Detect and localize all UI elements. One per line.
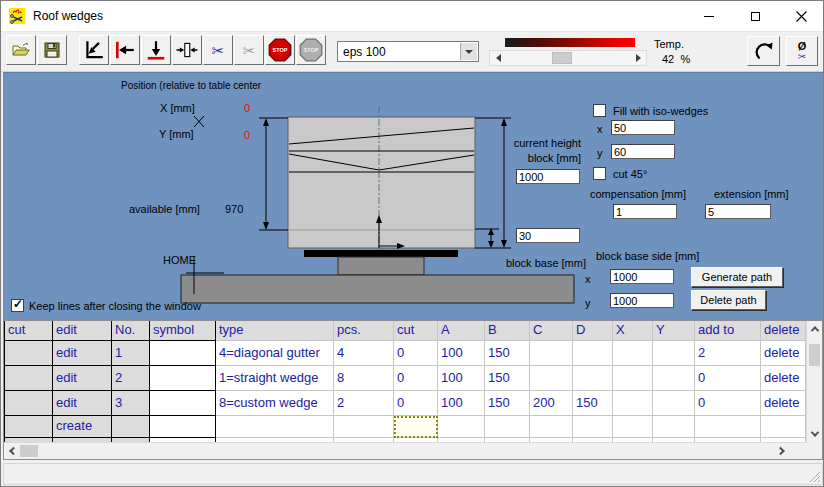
generate-path-button[interactable]: Generate path	[691, 267, 783, 287]
grid-cell[interactable]: 2	[334, 391, 394, 416]
grid-cell[interactable]: 100	[438, 391, 485, 416]
grid-cell[interactable]: 0	[394, 366, 438, 391]
maximize-button[interactable]	[732, 1, 778, 31]
grid-cell[interactable]	[613, 391, 653, 416]
grid-cell[interactable]: 1=straight wedge	[216, 366, 334, 391]
grid-cell[interactable]	[573, 341, 613, 366]
compensation-input[interactable]	[613, 204, 677, 219]
cut-button[interactable]: ✂	[203, 35, 233, 65]
grid-cell[interactable]: 0	[394, 341, 438, 366]
grid-cell[interactable]	[530, 341, 573, 366]
resize-grip[interactable]	[808, 470, 821, 483]
grid-cell[interactable]: 200	[530, 391, 573, 416]
grid-cell[interactable]	[216, 416, 334, 438]
grid-cell[interactable]	[613, 416, 653, 438]
grid-cell[interactable]	[150, 391, 216, 416]
grid-cell[interactable]	[438, 416, 485, 438]
grid-cell[interactable]	[653, 366, 695, 391]
move-down-limit-button[interactable]	[141, 35, 171, 65]
grid-cell[interactable]: delete	[761, 366, 806, 391]
grid-cell[interactable]	[573, 366, 613, 391]
grid-cell[interactable]	[613, 341, 653, 366]
grid-cell[interactable]: 3	[112, 391, 150, 416]
move-to-origin-button[interactable]	[79, 35, 109, 65]
stop-button[interactable]: STOP	[265, 35, 295, 65]
close-button[interactable]	[778, 1, 824, 31]
current-height-input[interactable]	[516, 169, 580, 184]
extension-input[interactable]	[705, 204, 771, 219]
bbs-y-input[interactable]	[610, 293, 674, 308]
grid-cell[interactable]	[761, 416, 806, 438]
grid-cell[interactable]	[573, 416, 613, 438]
grid-cell[interactable]: 150	[573, 391, 613, 416]
grid-cell[interactable]	[653, 341, 695, 366]
grid-cell[interactable]	[4, 416, 53, 438]
save-button[interactable]	[37, 35, 67, 65]
bbs-x-input[interactable]	[610, 269, 674, 284]
grid-cell[interactable]	[613, 366, 653, 391]
scroll-left-button[interactable]	[4, 443, 20, 459]
grid-cell[interactable]	[4, 366, 53, 391]
fill-y-input[interactable]	[611, 144, 675, 159]
grid-cell[interactable]	[150, 366, 216, 391]
grid-cell[interactable]	[394, 416, 438, 438]
slider-right-arrow[interactable]	[630, 51, 646, 65]
grid-cell[interactable]: 1	[112, 341, 150, 366]
grid-cell[interactable]: edit	[53, 341, 112, 366]
grid-cell[interactable]: 8	[334, 366, 394, 391]
grid-cell[interactable]	[653, 391, 695, 416]
grid-horizontal-scrollbar[interactable]	[4, 442, 806, 459]
material-combobox[interactable]: eps 100	[337, 41, 479, 62]
grid-cell[interactable]: 150	[485, 341, 530, 366]
fill-x-input[interactable]	[611, 120, 675, 135]
cut-45-checkbox[interactable]	[593, 167, 606, 180]
hscroll-thumb[interactable]	[20, 445, 38, 457]
no-cut-button[interactable]: Ø ✂	[786, 36, 818, 66]
grid-cell[interactable]: delete	[761, 391, 806, 416]
slider-thumb[interactable]	[552, 52, 572, 64]
grid-cell[interactable]	[695, 416, 761, 438]
grid-cell[interactable]	[653, 416, 695, 438]
fill-iso-wedges-checkbox[interactable]	[593, 104, 606, 117]
grid-cell[interactable]: 2	[112, 366, 150, 391]
slider-left-arrow[interactable]	[490, 51, 506, 65]
grid-cell[interactable]	[530, 416, 573, 438]
grid-cell[interactable]	[530, 366, 573, 391]
grid-cell[interactable]: 100	[438, 341, 485, 366]
grid-cell[interactable]: 4=diagonal gutter	[216, 341, 334, 366]
vscroll-thumb[interactable]	[809, 344, 820, 366]
grid-cell[interactable]: delete	[761, 341, 806, 366]
scroll-down-button[interactable]	[807, 426, 822, 442]
scroll-up-button[interactable]	[807, 321, 822, 337]
center-block-button[interactable]	[172, 35, 202, 65]
grid-cell[interactable]	[150, 416, 216, 438]
grid-cell[interactable]: 2	[695, 341, 761, 366]
combobox-dropdown-button[interactable]	[460, 43, 477, 60]
grid-cell[interactable]	[4, 341, 53, 366]
grid-vertical-scrollbar[interactable]	[806, 321, 822, 442]
grid-cell[interactable]: edit	[53, 366, 112, 391]
scroll-right-button[interactable]	[774, 443, 790, 459]
grid-cell[interactable]	[150, 341, 216, 366]
move-left-limit-button[interactable]	[110, 35, 140, 65]
minimize-button[interactable]	[686, 1, 732, 31]
temperature-slider[interactable]	[489, 50, 647, 66]
rotate-button[interactable]	[747, 36, 780, 66]
grid-cell[interactable]: 8=custom wedge	[216, 391, 334, 416]
grid-cell[interactable]: 0	[695, 366, 761, 391]
grid-cell[interactable]: create	[53, 416, 112, 438]
open-file-button[interactable]	[6, 35, 36, 65]
grid-cell[interactable]	[4, 391, 53, 416]
base-gap-input[interactable]	[516, 228, 580, 243]
grid-cell[interactable]: 150	[485, 391, 530, 416]
grid-cell[interactable]: 4	[334, 341, 394, 366]
delete-path-button[interactable]: Delete path	[691, 290, 766, 310]
grid-cell[interactable]: 100	[438, 366, 485, 391]
grid-cell[interactable]: 0	[695, 391, 761, 416]
grid-cell[interactable]: 0	[394, 391, 438, 416]
grid-cell[interactable]: 150	[485, 366, 530, 391]
grid-cell[interactable]	[334, 416, 394, 438]
keep-lines-checkbox[interactable]	[11, 299, 24, 312]
grid-cell[interactable]: edit	[53, 391, 112, 416]
grid-cell[interactable]	[112, 416, 150, 438]
